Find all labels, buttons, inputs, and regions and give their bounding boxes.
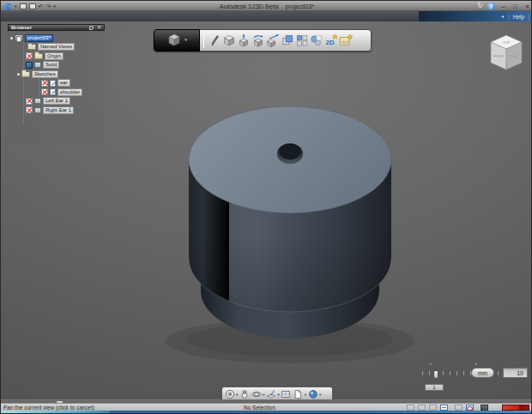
- cube-rotate-icon: [251, 33, 265, 47]
- document-name: project03*: [286, 3, 315, 10]
- cube-icon: [222, 33, 236, 47]
- spheres-icon: [310, 33, 323, 47]
- look-at-icon: [266, 389, 276, 399]
- sketch-pencil-button[interactable]: [207, 32, 221, 49]
- body-icon: [34, 62, 41, 68]
- extrude-button[interactable]: [236, 32, 251, 49]
- pushpin-icon[interactable]: [89, 26, 94, 30]
- expander-icon[interactable]: [10, 37, 13, 40]
- display-settings-button[interactable]: [281, 388, 292, 400]
- tree-label[interactable]: project03*: [25, 34, 53, 42]
- grid-size-field[interactable]: 10: [503, 368, 528, 378]
- tree-label[interactable]: ear: [57, 79, 70, 87]
- minimize-button[interactable]: –: [499, 3, 507, 10]
- material-button[interactable]: [309, 32, 323, 49]
- tree-item-origin[interactable]: Origin: [8, 52, 105, 61]
- chevron-down-icon[interactable]: ▾: [278, 393, 280, 397]
- ribbon-toolbar: ▾: [154, 29, 372, 52]
- page-icon: [293, 389, 303, 399]
- hidden-x-icon[interactable]: [41, 88, 48, 95]
- grid-lines-toggle-icon[interactable]: [440, 405, 448, 411]
- material-ball-button[interactable]: [307, 388, 318, 400]
- chevron-down-icon[interactable]: ▾: [236, 393, 238, 397]
- project-icon: [15, 34, 23, 41]
- insert-canvas-button[interactable]: [338, 32, 353, 49]
- orbit-button[interactable]: [251, 388, 262, 400]
- ruler-tick: [422, 371, 423, 375]
- combine-icon: [281, 33, 294, 47]
- record-button[interactable]: [502, 405, 529, 411]
- hidden-x-icon[interactable]: [26, 98, 33, 105]
- browser-header[interactable]: Browser ✕: [8, 24, 105, 31]
- tree-item-left-ear[interactable]: Left Ear 1: [8, 97, 105, 107]
- snap-toggle-icon[interactable]: [418, 405, 426, 411]
- new-2d-sketch-button[interactable]: 2D: [323, 32, 338, 49]
- toolbar-separator: [203, 33, 204, 48]
- hidden-x-icon[interactable]: [26, 107, 33, 113]
- tree-item-solid[interactable]: Solid: [8, 61, 105, 70]
- tree-label[interactable]: Right Ear 1: [43, 107, 74, 114]
- pattern-button[interactable]: [294, 32, 309, 49]
- viewcube-front-label: FRONT: [493, 55, 504, 58]
- titlebar-right: ↻ ? – □ ×: [477, 1, 531, 11]
- combine-button[interactable]: [280, 32, 294, 49]
- chevron-down-icon[interactable]: ▾: [305, 393, 306, 397]
- tree-label[interactable]: Solid: [43, 61, 59, 69]
- pattern-grid-icon: [295, 33, 309, 47]
- close-icon[interactable]: ✕: [97, 25, 101, 30]
- view-cube[interactable]: TOP FRONT RIGHT: [487, 33, 526, 76]
- close-button[interactable]: ×: [523, 3, 531, 10]
- dark-toggle-icon[interactable]: [481, 405, 488, 411]
- hidden-x-icon[interactable]: [41, 80, 48, 87]
- snap-toggle-icon[interactable]: [407, 405, 414, 411]
- arrow-left-icon[interactable]: ◄: [500, 14, 505, 19]
- expander-icon[interactable]: [17, 73, 20, 76]
- app-window: ▾ ↶ ↷ ▾ Autodesk 123D Beta project03* ↻ …: [0, 0, 532, 414]
- sweep-button[interactable]: [265, 32, 280, 49]
- help-icon[interactable]: ?: [487, 3, 495, 10]
- maximize-button[interactable]: □: [511, 3, 519, 10]
- box-primitive-button[interactable]: [221, 32, 236, 49]
- separator: |: [508, 14, 510, 20]
- bottom-strip-highlight: [1, 411, 110, 414]
- svg-text:2D: 2D: [325, 39, 334, 46]
- app-menu-button[interactable]: ▾: [154, 29, 200, 52]
- scale-current-value: 1: [425, 384, 444, 391]
- help-menu[interactable]: Help: [513, 14, 524, 20]
- tree-label[interactable]: Named Views: [38, 43, 75, 51]
- tree-item-named-views[interactable]: Named Views: [8, 43, 105, 52]
- revolve-button[interactable]: [251, 32, 265, 49]
- snap-toggle-icon[interactable]: [455, 405, 462, 411]
- model-stepped-cylinder[interactable]: [147, 87, 438, 379]
- ruler-tick: [463, 371, 464, 375]
- tree-item-sketches[interactable]: Sketches: [8, 70, 105, 79]
- app-name: Autodesk 123D Beta: [220, 3, 279, 10]
- look-at-button[interactable]: [266, 388, 277, 400]
- pan-button[interactable]: [239, 388, 250, 400]
- tree-label[interactable]: Origin: [45, 52, 63, 60]
- separator: |: [528, 14, 529, 20]
- steering-wheel-button[interactable]: [224, 388, 235, 400]
- tree-item-project[interactable]: project03*: [8, 33, 105, 43]
- chevron-down-icon[interactable]: ▾: [263, 393, 264, 397]
- snap-toggle-icon[interactable]: [429, 405, 437, 411]
- scale-slider-thumb[interactable]: [433, 370, 438, 379]
- unit-button[interactable]: mm: [471, 368, 494, 378]
- ruler-marker-dot: [430, 363, 432, 365]
- page-view-button[interactable]: [293, 388, 304, 400]
- no-entry-toggle-icon[interactable]: [466, 405, 474, 411]
- tree-label[interactable]: Left Ear 1: [43, 97, 70, 105]
- cube-arrow-up-icon: [237, 33, 251, 47]
- hidden-x-icon[interactable]: [26, 52, 33, 59]
- tree-label[interactable]: shoulder: [57, 88, 82, 96]
- tree-item-right-ear[interactable]: Right Ear 1: [8, 106, 105, 115]
- viewport-3d[interactable]: Browser ✕ project03* Named Views: [1, 21, 532, 403]
- model-tree: project03* Named Views Origin Solid: [8, 31, 105, 115]
- sync-icon[interactable]: ↻: [477, 3, 483, 9]
- tree-item-shoulder[interactable]: shoulder: [8, 88, 105, 97]
- tree-item-ear[interactable]: ear: [8, 79, 105, 88]
- chevron-down-icon[interactable]: ▾: [319, 393, 321, 397]
- chevron-down-icon: ▾: [184, 38, 187, 42]
- scale-widget: 1 mm 10: [417, 360, 530, 396]
- tree-label[interactable]: Sketches: [32, 70, 58, 78]
